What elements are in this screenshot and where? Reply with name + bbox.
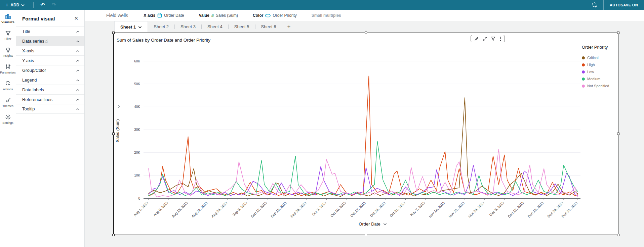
panel-section-title[interactable]: Title xyxy=(16,26,84,36)
legend-item-label: High xyxy=(587,63,595,67)
number-icon: # xyxy=(211,13,214,18)
x-tick-label: Oct 3, 2013 xyxy=(311,201,327,216)
resize-handle[interactable] xyxy=(112,32,115,34)
chevron-down-icon xyxy=(383,223,387,226)
panel-section-legend[interactable]: Legend xyxy=(16,75,84,85)
sales-line-chart[interactable]: 010K20K30K40K50K60KAug 1, 2013Aug 8, 201… xyxy=(123,45,582,227)
y-tick-label: 20K xyxy=(134,151,140,154)
rail-item-label: Insights xyxy=(3,54,13,57)
small-multiples-well[interactable]: Small multiples xyxy=(312,13,341,18)
resize-handle[interactable] xyxy=(112,133,115,135)
maximize-icon[interactable] xyxy=(481,36,489,42)
resize-handle[interactable] xyxy=(365,32,367,34)
sheet-tab-sheet-6[interactable]: Sheet 6 xyxy=(255,21,282,32)
legend-item-high[interactable]: High xyxy=(582,63,617,67)
resize-handle[interactable] xyxy=(617,234,619,236)
x-tick-label: Dec 5, 2013 xyxy=(488,201,505,217)
resize-handle[interactable] xyxy=(617,32,619,34)
chevron-up-icon xyxy=(76,97,80,102)
y-axis-label[interactable]: Sales (Sum) xyxy=(115,106,120,156)
legend-item-low[interactable]: Low xyxy=(582,70,617,74)
panel-section-reference-lines[interactable]: Reference lines xyxy=(16,94,84,104)
rail-item-settings[interactable]: Settings xyxy=(0,111,16,128)
line-series-critical[interactable] xyxy=(149,98,578,196)
chevron-down-icon xyxy=(21,4,25,6)
sheet-tab-strip: Sheet 1Sheet 2Sheet 3Sheet 4Sheet 5Sheet… xyxy=(114,21,296,32)
panel-section-x-axis[interactable]: X-axis xyxy=(16,46,84,55)
paintbrush-icon xyxy=(5,97,11,103)
edit-pencil-icon[interactable] xyxy=(473,36,480,42)
sliders-icon xyxy=(5,64,11,70)
rail-item-actions[interactable]: Actions xyxy=(0,77,16,94)
x-axis-label-control[interactable]: Order Date xyxy=(322,221,423,227)
field-well-color[interactable]: ColorOrder Priority xyxy=(253,13,297,18)
rail-item-label: Parameters xyxy=(0,71,16,74)
sheet-tab-sheet-2[interactable]: Sheet 2 xyxy=(148,21,174,32)
line-series-low[interactable] xyxy=(149,165,578,196)
visual-title[interactable]: Sum of Sales by Order Date and Order Pri… xyxy=(117,38,210,43)
sheet-tab-sheet-5[interactable]: Sheet 5 xyxy=(229,21,255,32)
panel-section-data-series[interactable]: Data series☝ xyxy=(16,36,84,46)
panel-header: Format visual ✕ xyxy=(16,10,84,26)
add-sheet-button[interactable]: + xyxy=(282,21,296,32)
rail-item-parameters[interactable]: Parameters xyxy=(0,60,16,77)
rail-item-filter[interactable]: Filter xyxy=(0,27,16,44)
bar-chart-icon xyxy=(5,13,11,19)
line-series-high[interactable] xyxy=(149,76,578,196)
panel-title: Format visual xyxy=(22,16,55,21)
well-value: Order Date xyxy=(164,13,184,18)
field-well-x-axis[interactable]: X axisOrder Date xyxy=(144,13,184,18)
resize-handle[interactable] xyxy=(112,234,115,236)
lasso-plus-icon[interactable] xyxy=(586,2,603,8)
y-tick-label: 60K xyxy=(134,59,140,63)
legend-item-medium[interactable]: Medium xyxy=(582,77,617,81)
undo-icon[interactable]: ↶ xyxy=(37,2,48,8)
well-value: Sales (Sum) xyxy=(216,13,238,18)
cursor-click-icon xyxy=(5,81,11,87)
add-button[interactable]: + ADD xyxy=(0,0,30,10)
x-tick-label: Aug 29, 2013 xyxy=(210,201,228,218)
panel-section-label: X-axis xyxy=(22,48,34,53)
sheet-tab-sheet-1[interactable]: Sheet 1 xyxy=(114,21,148,32)
legend-item-critical[interactable]: Critical xyxy=(582,56,617,60)
y-tick-label: 50K xyxy=(134,82,140,86)
redo-icon[interactable]: ↷ xyxy=(48,2,59,8)
visual-toolbar xyxy=(471,35,505,42)
x-tick-label: Nov 21, 2013 xyxy=(448,201,466,218)
sheet-tab-label: Sheet 4 xyxy=(207,24,223,29)
chevron-up-icon xyxy=(76,29,80,34)
rail-item-themes[interactable]: Themes xyxy=(0,94,16,111)
close-icon[interactable]: ✕ xyxy=(73,15,80,21)
menu-kebab-icon[interactable] xyxy=(498,36,503,42)
sheet-tab-sheet-4[interactable]: Sheet 4 xyxy=(202,21,228,32)
top-navigation-bar: + ADD ↶ ↷ AUTOSAVE ON xyxy=(0,0,644,10)
panel-section-group-color[interactable]: Group/Color xyxy=(16,65,84,75)
legend-item-not-specified[interactable]: Not Specified xyxy=(582,84,617,88)
field-wells-label[interactable]: Field wells xyxy=(106,13,128,18)
x-tick-label: Sep 12, 2013 xyxy=(250,201,268,218)
field-well-value[interactable]: Value#Sales (Sum) xyxy=(199,13,238,18)
left-icon-rail: VisualizeFilterInsightsParametersActions… xyxy=(0,10,16,247)
x-tick-label: Oct 31, 2013 xyxy=(389,201,406,218)
chevron-up-icon xyxy=(76,48,80,53)
resize-handle[interactable] xyxy=(365,234,367,236)
panel-section-data-labels[interactable]: Data labels xyxy=(16,85,84,94)
sheet-tab-label: Sheet 5 xyxy=(234,24,249,29)
mouse-cursor-pointer: ☝ xyxy=(45,39,48,44)
sheet-tab-sheet-3[interactable]: Sheet 3 xyxy=(175,21,201,32)
sheet-tab-label: Sheet 2 xyxy=(154,24,169,29)
x-tick-label: Oct 10, 2013 xyxy=(330,201,347,218)
panel-section-label: Reference lines xyxy=(22,97,52,102)
visual-card[interactable]: Sum of Sales by Order Date and Order Pri… xyxy=(113,33,618,235)
plus-icon: + xyxy=(5,2,8,8)
panel-section-tooltip[interactable]: Tooltip xyxy=(16,104,84,114)
rail-item-insights[interactable]: Insights xyxy=(0,44,16,60)
y-tick-label: 30K xyxy=(134,128,140,132)
panel-section-y-axis[interactable]: Y-axis xyxy=(16,55,84,65)
autosave-status[interactable]: AUTOSAVE ON xyxy=(603,0,644,10)
rail-item-visualize[interactable]: Visualize xyxy=(0,10,16,27)
filter-icon[interactable] xyxy=(489,36,497,42)
topbar-right-group: AUTOSAVE ON xyxy=(586,0,644,10)
x-tick-label: Dec 19, 2013 xyxy=(527,201,545,218)
resize-handle[interactable] xyxy=(617,133,619,135)
